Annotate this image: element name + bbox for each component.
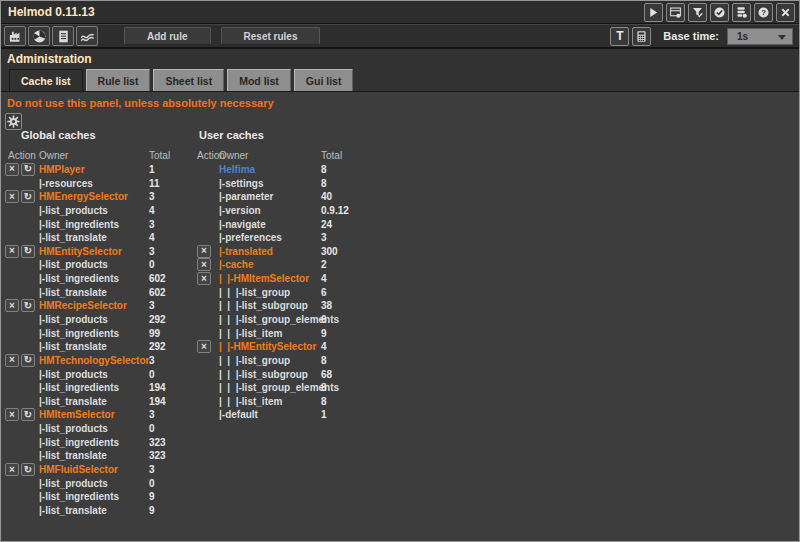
cache-owner: |-preferences (219, 232, 321, 243)
energy-button[interactable] (28, 26, 50, 46)
action-cell: ×↻ (5, 245, 39, 258)
cache-owner: |-resources (39, 178, 149, 189)
action-cell: ×↻ (5, 354, 39, 367)
factory-button[interactable] (4, 26, 26, 46)
table-row: |-list_ingredients323 (5, 435, 193, 449)
table-row: |-list_products0 (5, 422, 193, 436)
refresh-cache-button[interactable]: ↻ (21, 463, 35, 476)
cache-total: 194 (149, 396, 193, 407)
cache-owner: |-list_translate (39, 287, 149, 298)
table-row: |-list_translate194 (5, 395, 193, 409)
delete-cache-button[interactable]: × (5, 299, 19, 312)
refresh-cache-button[interactable]: ↻ (21, 299, 35, 312)
delete-cache-button[interactable]: × (5, 245, 19, 258)
action-cell: ×↻ (5, 299, 39, 312)
toolbar: Add rule Reset rules T Base time: 1s (1, 24, 799, 49)
cache-total: 300 (321, 246, 387, 257)
action-cell: ×↻ (5, 190, 39, 203)
database-settings-button[interactable] (732, 3, 751, 22)
refresh-cache-button[interactable]: ↻ (21, 163, 35, 176)
filter-button[interactable] (688, 3, 707, 22)
cache-owner: HMTechnologySelector (39, 355, 149, 366)
global-caches-title: Global caches (21, 129, 193, 143)
cache-total: 3 (321, 232, 387, 243)
column-header-total: Total (321, 150, 387, 161)
check-button[interactable] (710, 3, 729, 22)
cache-owner: |-list_ingredients (39, 491, 149, 502)
cache-total: 0 (149, 423, 193, 434)
cache-total: 0 (149, 259, 193, 270)
cache-owner: HMEnergySelector (39, 191, 149, 202)
tab-rule-list[interactable]: Rule list (86, 69, 151, 91)
cache-total: 40 (321, 191, 387, 202)
table-row: |-list_products4 (5, 204, 193, 218)
text-display-button[interactable]: T (610, 27, 629, 46)
cache-total: 1 (321, 409, 387, 420)
cache-total: 2 (321, 259, 387, 270)
base-time-dropdown[interactable]: 1s (727, 28, 793, 45)
cache-total: 6 (321, 314, 387, 325)
delete-cache-button[interactable]: × (5, 354, 19, 367)
delete-cache-button[interactable]: × (5, 408, 19, 421)
table-row: ×↻HMEntitySelector3 (5, 244, 193, 258)
sheet-button[interactable] (52, 26, 74, 46)
close-button[interactable] (776, 3, 795, 22)
tab-mod-list[interactable]: Mod list (227, 69, 291, 91)
cache-total: 3 (149, 219, 193, 230)
cache-total: 3 (149, 464, 193, 475)
base-time-label: Base time: (663, 30, 719, 42)
delete-cache-button[interactable]: × (5, 463, 19, 476)
play-button[interactable] (644, 3, 663, 22)
table-row: |-list_ingredients99 (5, 326, 193, 340)
reset-rules-button[interactable]: Reset rules (221, 27, 321, 45)
cache-total: 4 (149, 205, 193, 216)
table-row: |-list_products0 (5, 258, 193, 272)
action-cell: ×↻ (5, 163, 39, 176)
cache-total: 6 (321, 287, 387, 298)
factory-icon (8, 29, 23, 44)
cache-total: 3 (149, 300, 193, 311)
delete-cache-button[interactable]: × (197, 340, 211, 353)
cache-owner: | | |-list_group_elements (219, 314, 321, 325)
statistics-button[interactable] (76, 26, 98, 46)
delete-cache-button[interactable]: × (197, 258, 211, 271)
table-row: |-list_translate292 (5, 340, 193, 354)
delete-cache-button[interactable]: × (197, 272, 211, 285)
help-icon: ? (757, 6, 770, 19)
panel-settings-button[interactable] (666, 3, 685, 22)
add-rule-button[interactable]: Add rule (124, 27, 211, 45)
cache-owner: |-list_products (39, 423, 149, 434)
delete-cache-button[interactable]: × (5, 190, 19, 203)
refresh-cache-button[interactable]: ↻ (21, 190, 35, 203)
refresh-cache-button[interactable]: ↻ (21, 354, 35, 367)
tab-cache-list[interactable]: Cache list (9, 69, 83, 91)
column-header-total: Total (149, 150, 193, 161)
refresh-cache-button[interactable]: ↻ (21, 408, 35, 421)
cache-owner: |-version (219, 205, 321, 216)
table-row: |-list_translate4 (5, 231, 193, 245)
settings-button[interactable] (5, 113, 22, 130)
table-row: |-list_translate9 (5, 504, 193, 518)
table-row: |-list_ingredients602 (5, 272, 193, 286)
user-caches-table: User caches Action Owner Total Helfima8|… (197, 129, 387, 422)
cache-total: 99 (149, 328, 193, 339)
table-row: | | |-list_item9 (197, 326, 387, 340)
cache-owner: HMEntitySelector (39, 246, 149, 257)
calculator-button[interactable] (632, 27, 651, 46)
tab-sheet-list[interactable]: Sheet list (153, 69, 224, 91)
tab-gui-list[interactable]: Gui list (294, 69, 354, 91)
cache-owner: |-list_ingredients (39, 437, 149, 448)
delete-cache-button[interactable]: × (5, 163, 19, 176)
delete-cache-button[interactable]: × (197, 245, 211, 258)
table-row: ×↻HMRecipeSelector3 (5, 299, 193, 313)
cache-total: 3 (149, 246, 193, 257)
table-row: | | |-list_subgroup68 (197, 367, 387, 381)
cache-owner: | |-HMItemSelector (219, 273, 321, 284)
helmod-window: Helmod 0.11.13 (0, 0, 800, 542)
help-button[interactable]: ? (754, 3, 773, 22)
refresh-cache-button[interactable]: ↻ (21, 245, 35, 258)
cache-total: 194 (149, 382, 193, 393)
action-cell: × (197, 340, 219, 353)
cache-total: 3 (149, 191, 193, 202)
cache-total: 8 (321, 164, 387, 175)
